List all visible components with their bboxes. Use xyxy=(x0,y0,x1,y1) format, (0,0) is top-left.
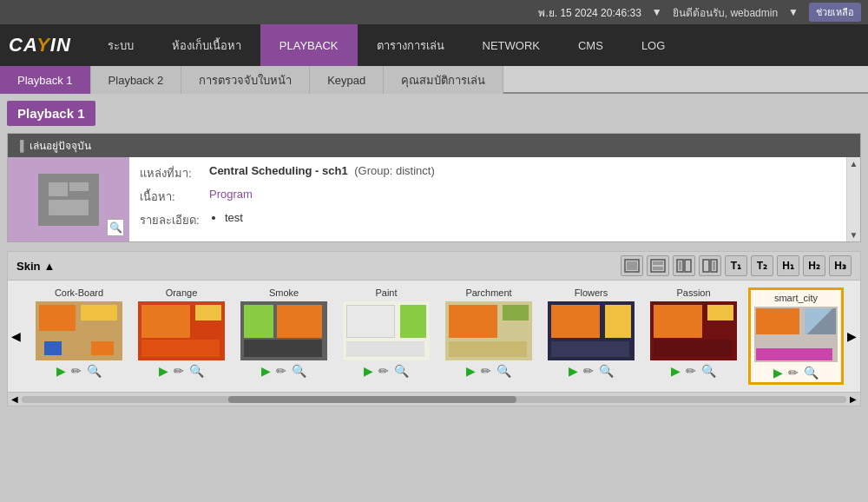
tab-playback1[interactable]: Playback 1 xyxy=(0,66,91,94)
skin-smartcity-name: smart_city xyxy=(774,293,818,303)
skin-item-paint[interactable]: Paint ▶ ✏ 🔍 xyxy=(339,287,434,385)
edit-parchment[interactable]: ✏ xyxy=(481,364,491,378)
edit-corkboard[interactable]: ✏ xyxy=(71,364,82,378)
info-area: แหล่งที่มา: Central Scheduling - sch1 (G… xyxy=(129,157,846,241)
zoom-paint[interactable]: 🔍 xyxy=(394,364,409,378)
thumbnail-area: 🔍 xyxy=(8,157,129,241)
edit-smoke[interactable]: ✏ xyxy=(276,364,286,378)
edit-paint[interactable]: ✏ xyxy=(378,364,389,378)
details-row: รายละเอียด: test xyxy=(140,211,836,229)
zoom-parchment[interactable]: 🔍 xyxy=(496,364,511,378)
tab-playback2[interactable]: Playback 2 xyxy=(91,66,182,94)
svg-rect-7 xyxy=(653,267,663,270)
hscroll-thumb[interactable] xyxy=(228,396,517,403)
zoom-passion[interactable]: 🔍 xyxy=(701,364,716,378)
tool-3[interactable] xyxy=(673,255,695,276)
skin-item-smartcity[interactable]: smart_city ▶ ✏ 🔍 xyxy=(748,287,844,385)
source-value: Central Scheduling - sch1 (Group: distin… xyxy=(209,164,435,182)
top-bar: พ.ย. 15 2024 20:46:33 ▼ ยินดีต้อนรับ, we… xyxy=(0,0,868,24)
zoom-flowers[interactable]: 🔍 xyxy=(599,364,614,378)
scroll-down[interactable]: ▼ xyxy=(850,230,858,240)
nav-network[interactable]: NETWORK xyxy=(464,24,559,66)
skin-header: Skin ▲ T₁ T₂ H₁ H₂ H₃ xyxy=(8,252,860,281)
scroll-up[interactable]: ▲ xyxy=(850,159,858,168)
play-flowers[interactable]: ▶ xyxy=(569,364,578,378)
skin-parchment-thumb xyxy=(445,301,532,360)
main-nav: ระบบ ห้องเก็บเนื้อหา PLAYBACK ตารางการเล… xyxy=(89,24,859,66)
skin-collapse-icon[interactable]: ▲ xyxy=(43,260,55,273)
skin-orange-thumb xyxy=(138,301,225,360)
nav-playback[interactable]: PLAYBACK xyxy=(260,24,358,66)
tool-t1[interactable]: T₁ xyxy=(725,255,747,276)
tab-check[interactable]: การตรวจจับใบหน้า xyxy=(181,66,310,94)
skin-orange-actions: ▶ ✏ 🔍 xyxy=(159,364,204,378)
play-orange[interactable]: ▶ xyxy=(159,364,168,378)
nav-system[interactable]: ระบบ xyxy=(89,24,153,66)
tool-1[interactable] xyxy=(621,255,643,276)
nav-schedule[interactable]: ตารางการเล่น xyxy=(358,24,464,66)
zoom-corkboard[interactable]: 🔍 xyxy=(87,364,102,378)
tab-keypad[interactable]: Keypad xyxy=(310,66,384,94)
skin-item-corkboard[interactable]: Cork-Board ▶ ✏ 🔍 xyxy=(31,287,127,385)
hscroll-track xyxy=(22,396,846,403)
edit-passion[interactable]: ✏ xyxy=(686,364,696,378)
zoom-button[interactable]: 🔍 xyxy=(107,219,124,236)
info-scrollbar[interactable]: ▲ ▼ xyxy=(846,157,860,241)
svg-rect-1 xyxy=(69,182,89,191)
skin-smartcity-actions: ▶ ✏ 🔍 xyxy=(773,366,819,380)
skin-smoke-thumb xyxy=(240,301,327,360)
zoom-smoke[interactable]: 🔍 xyxy=(292,364,306,378)
nav-cms[interactable]: CMS xyxy=(559,24,622,66)
now-playing-header: เล่นอยู่ปัจจุบัน xyxy=(8,134,860,157)
source-label: แหล่งที่มา: xyxy=(140,164,209,182)
skin-item-passion[interactable]: Passion ▶ ✏ 🔍 xyxy=(646,287,741,385)
tool-h2[interactable]: H₂ xyxy=(803,255,825,276)
skin-item-flowers[interactable]: Flowers ▶ ✏ 🔍 xyxy=(543,287,639,385)
skin-flowers-thumb xyxy=(548,301,635,360)
play-parchment[interactable]: ▶ xyxy=(466,364,476,378)
skin-hscrollbar[interactable]: ◀ ▶ xyxy=(8,392,860,406)
play-corkboard[interactable]: ▶ xyxy=(56,364,66,378)
tool-t2[interactable]: T₂ xyxy=(751,255,773,276)
welcome-text: ยินดีต้อนรับ, webadmin xyxy=(673,4,778,21)
tabs-row: Playback 1 Playback 2 การตรวจจับใบหน้า K… xyxy=(0,66,868,94)
play-paint[interactable]: ▶ xyxy=(364,364,373,378)
tab-properties[interactable]: คุณสมบัติการเล่น xyxy=(384,66,503,94)
tool-h1[interactable]: H₁ xyxy=(777,255,799,276)
skin-thumbnails-list: Cork-Board ▶ ✏ 🔍 Orange xyxy=(24,281,844,392)
play-smartcity[interactable]: ▶ xyxy=(773,366,783,380)
skin-passion-actions: ▶ ✏ 🔍 xyxy=(671,364,716,378)
skin-item-smoke[interactable]: Smoke ▶ ✏ 🔍 xyxy=(236,287,332,385)
svg-rect-6 xyxy=(653,261,663,265)
tool-h3[interactable]: H₃ xyxy=(829,255,852,276)
zoom-orange[interactable]: 🔍 xyxy=(189,364,204,378)
svg-rect-4 xyxy=(627,261,637,270)
skin-parchment-actions: ▶ ✏ 🔍 xyxy=(466,364,511,378)
help-button[interactable]: ช่วยเหลือ xyxy=(809,3,861,22)
tool-2[interactable] xyxy=(647,255,669,276)
datetime-dropdown[interactable]: ▼ xyxy=(652,6,662,18)
hscroll-left[interactable]: ◀ xyxy=(11,394,18,404)
edit-smartcity[interactable]: ✏ xyxy=(788,366,799,380)
skin-item-orange[interactable]: Orange ▶ ✏ 🔍 xyxy=(134,287,229,385)
skin-scroll-right[interactable]: ▶ xyxy=(844,329,860,343)
svg-rect-10 xyxy=(679,261,681,270)
hscroll-right[interactable]: ▶ xyxy=(850,394,857,404)
skin-paint-actions: ▶ ✏ 🔍 xyxy=(364,364,409,378)
skin-item-parchment[interactable]: Parchment ▶ ✏ 🔍 xyxy=(441,287,536,385)
user-dropdown[interactable]: ▼ xyxy=(788,6,799,18)
play-passion[interactable]: ▶ xyxy=(671,364,681,378)
details-label: รายละเอียด: xyxy=(140,211,209,229)
play-smoke[interactable]: ▶ xyxy=(261,364,271,378)
edit-orange[interactable]: ✏ xyxy=(174,364,184,378)
nav-log[interactable]: LOG xyxy=(622,24,684,66)
thumbnail-icon xyxy=(38,174,99,226)
skin-scroll-area: ◀ Cork-Board ▶ ✏ 🔍 xyxy=(8,281,860,392)
skin-smoke-name: Smoke xyxy=(269,287,299,298)
svg-rect-0 xyxy=(49,182,68,196)
skin-scroll-left[interactable]: ◀ xyxy=(8,329,24,343)
tool-4[interactable] xyxy=(699,255,721,276)
edit-flowers[interactable]: ✏ xyxy=(583,364,594,378)
zoom-smartcity[interactable]: 🔍 xyxy=(804,366,819,380)
nav-storage[interactable]: ห้องเก็บเนื้อหา xyxy=(153,24,260,66)
